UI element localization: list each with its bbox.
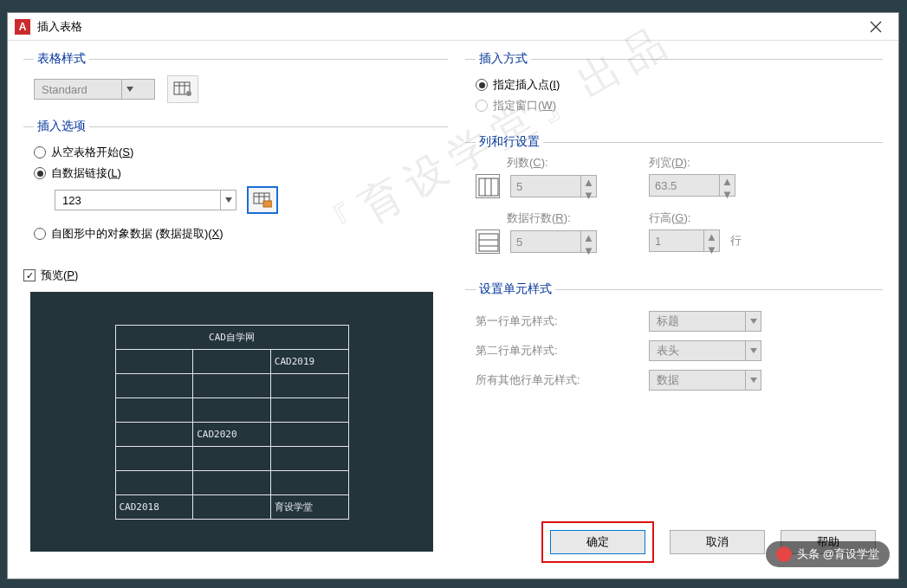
rows-icon <box>476 229 500 254</box>
second-row-style-value: 表头 <box>650 343 736 359</box>
rowh-value: 1 <box>650 230 703 251</box>
spinner-buttons[interactable]: ▲▼ <box>719 175 735 196</box>
first-row-style-value: 标题 <box>650 313 736 329</box>
cols-label: 列数(C): <box>507 155 597 171</box>
preview-cell <box>270 422 348 446</box>
spinner-buttons[interactable]: ▲▼ <box>580 231 596 252</box>
preview-cell <box>193 349 271 373</box>
cancel-button[interactable]: 取消 <box>670 530 765 554</box>
rowh-unit: 行 <box>730 233 742 249</box>
radio-icon <box>34 167 46 179</box>
other-rows-style-value: 数据 <box>650 372 736 388</box>
rows-label: 数据行数(R): <box>507 210 597 226</box>
preview-cell <box>193 470 271 494</box>
option-from-extract-label: 自图形中的对象数据 (数据提取)(X) <box>51 226 224 242</box>
preview-cell <box>115 373 193 397</box>
table-style-legend: 表格样式 <box>34 51 89 67</box>
first-row-style-combo[interactable]: 标题 <box>649 311 761 332</box>
preview-cell <box>270 397 348 422</box>
attribution-text: 头条 @育设学堂 <box>797 546 879 562</box>
option-from-empty[interactable]: 从空表格开始(S) <box>34 145 437 160</box>
style-launcher-button[interactable] <box>167 75 198 103</box>
table-style-group: 表格样式 Standard <box>23 51 448 113</box>
preview-cell <box>270 446 348 470</box>
colw-value: 63.5 <box>650 175 719 196</box>
option-from-empty-label: 从空表格开始(S) <box>51 145 133 160</box>
app-icon: A <box>15 19 30 35</box>
datalink-value: 123 <box>55 194 142 207</box>
chevron-down-icon <box>745 371 761 390</box>
titlebar: A 插入表格 <box>8 13 898 41</box>
preview-area: CAD自学网 CAD2019CAD2020CAD2018育设学堂 <box>30 292 433 552</box>
datalink-icon <box>253 192 272 208</box>
insert-table-dialog: A 插入表格 表格样式 Standard 插入选项 <box>7 12 899 579</box>
option-from-extract[interactable]: 自图形中的对象数据 (数据提取)(X) <box>34 226 437 242</box>
colw-label: 列宽(D): <box>649 155 735 171</box>
rowh-label: 行高(G): <box>649 210 742 226</box>
insert-method-group: 插入方式 指定插入点(I) 指定窗口(W) <box>465 51 883 129</box>
other-rows-style-combo[interactable]: 数据 <box>649 370 761 391</box>
preview-cell: CAD2018 <box>115 494 193 519</box>
svg-point-4 <box>186 91 191 96</box>
table-style-value: Standard <box>35 83 121 96</box>
columns-icon <box>476 174 500 198</box>
cell-styles-group: 设置单元样式 第一行单元样式: 标题 第二行单元样式: 表头 <box>465 281 883 410</box>
preview-cell <box>270 373 348 397</box>
datalink-launcher-button[interactable] <box>247 186 278 214</box>
preview-cell: CAD2019 <box>270 349 348 373</box>
chevron-down-icon <box>220 191 236 210</box>
preview-cell <box>193 373 271 397</box>
preview-label: 预览(P) <box>41 268 78 283</box>
method-window[interactable]: 指定窗口(W) <box>476 98 872 113</box>
preview-cell: 育设学堂 <box>270 494 348 519</box>
preview-cell <box>115 397 193 422</box>
preview-table: CAD自学网 CAD2019CAD2020CAD2018育设学堂 <box>115 325 349 520</box>
spinner-buttons[interactable]: ▲▼ <box>703 230 719 251</box>
svg-rect-9 <box>263 201 272 207</box>
table-style-combo[interactable]: Standard <box>34 79 155 100</box>
radio-icon <box>34 146 46 158</box>
first-row-style-label: 第一行单元样式: <box>476 313 649 329</box>
second-row-style-combo[interactable]: 表头 <box>649 340 761 361</box>
preview-cell <box>115 446 193 470</box>
checkbox-icon <box>23 269 36 281</box>
radio-icon <box>34 228 46 240</box>
svg-rect-13 <box>479 234 498 251</box>
preview-header: CAD自学网 <box>115 325 348 349</box>
preview-cell: CAD2020 <box>193 422 271 446</box>
cols-value: 5 <box>511 176 580 197</box>
rows-value: 5 <box>511 231 580 252</box>
col-row-group: 列和行设置 列数(C): 5 ▲▼ 列宽(D): <box>465 134 883 276</box>
close-button[interactable] <box>860 15 891 39</box>
insert-method-legend: 插入方式 <box>476 51 531 67</box>
colw-spinner[interactable]: 63.5 ▲▼ <box>649 174 735 197</box>
svg-rect-10 <box>479 178 498 196</box>
table-style-icon <box>173 81 192 97</box>
chevron-down-icon <box>745 312 761 331</box>
rowh-spinner[interactable]: 1 ▲▼ <box>649 229 720 252</box>
attribution-icon <box>776 546 792 562</box>
dialog-title: 插入表格 <box>37 19 860 35</box>
insert-options-legend: 插入选项 <box>34 119 89 134</box>
preview-cell <box>193 494 271 519</box>
insert-options-group: 插入选项 从空表格开始(S) 自数据链接(L) 123 <box>23 119 448 257</box>
other-rows-style-label: 所有其他行单元样式: <box>476 372 649 388</box>
spinner-buttons[interactable]: ▲▼ <box>580 176 596 197</box>
footer-attribution: 头条 @育设学堂 <box>766 541 890 567</box>
cell-styles-legend: 设置单元样式 <box>476 281 555 297</box>
chevron-down-icon <box>121 80 137 99</box>
second-row-style-label: 第二行单元样式: <box>476 343 649 359</box>
preview-checkbox[interactable]: 预览(P) <box>23 268 448 283</box>
method-insert-point-label: 指定插入点(I) <box>493 77 560 93</box>
method-insert-point[interactable]: 指定插入点(I) <box>476 77 872 93</box>
method-window-label: 指定窗口(W) <box>493 98 556 113</box>
preview-cell <box>193 397 271 422</box>
ok-button[interactable]: 确定 <box>550 530 645 554</box>
preview-cell <box>115 422 193 446</box>
option-from-datalink-label: 自数据链接(L) <box>51 165 121 181</box>
rows-spinner[interactable]: 5 ▲▼ <box>510 230 597 253</box>
preview-cell <box>115 349 193 373</box>
option-from-datalink[interactable]: 自数据链接(L) <box>34 165 437 181</box>
datalink-combo[interactable]: 123 <box>55 190 236 210</box>
cols-spinner[interactable]: 5 ▲▼ <box>510 175 597 197</box>
